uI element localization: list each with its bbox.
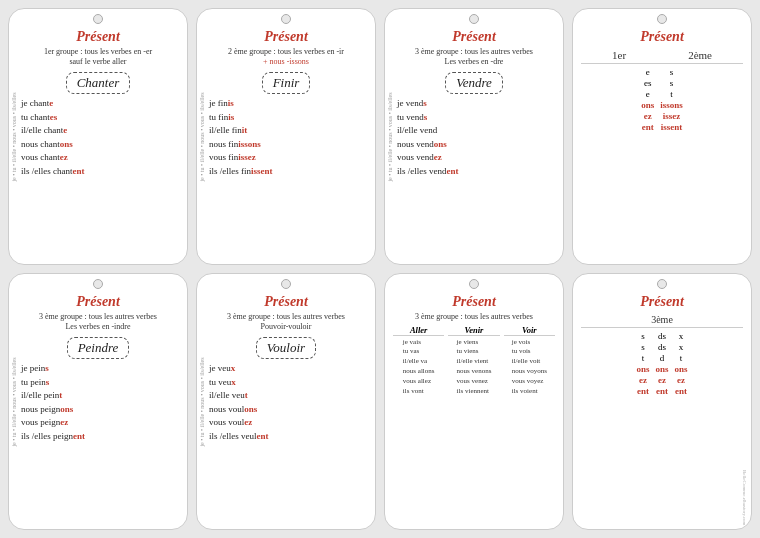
r5c2: ez xyxy=(658,375,666,385)
main-grid: je • tu • il/elle • nous • vous • ils/el… xyxy=(8,8,752,530)
r6c2: ent xyxy=(656,386,668,396)
conjugation-3: je vends tu vends il/elle vend nous vend… xyxy=(393,97,555,178)
r2c1: s xyxy=(641,342,645,352)
table-col-1: e es e ons ez ent xyxy=(641,67,654,132)
side-text-5: je • tu • il/elle • nous • vous • ils/el… xyxy=(11,357,17,446)
card-hole-3 xyxy=(469,14,479,24)
row-1-col2: s xyxy=(670,67,674,77)
verb-name-aller: Aller xyxy=(393,325,444,336)
row-3-col2: t xyxy=(670,89,673,99)
col-header-3eme: 3ème xyxy=(651,314,673,325)
col-header-1er: 1er xyxy=(612,49,626,61)
col-header-2eme: 2ème xyxy=(688,49,712,61)
card-hole-5 xyxy=(93,279,103,289)
row-1-col1: e xyxy=(646,67,650,77)
verb-col-venir: Venir je vienstu viensil/elle vientnous … xyxy=(448,325,499,397)
card-title-2: Présent xyxy=(264,29,308,45)
table-rows-8: s s t ons ez ent ds ds d ons ez ent x xyxy=(581,331,743,396)
card-title-7: Présent xyxy=(452,294,496,310)
verb-lines-venir: je vienstu viensil/elle vientnous venons… xyxy=(457,338,492,397)
table-header-8: 3ème xyxy=(581,314,743,328)
card-chanter: je • tu • il/elle • nous • vous • ils/el… xyxy=(8,8,188,265)
verb-col-voir: Voir je voistu voisil/elle voitnous voyo… xyxy=(504,325,555,397)
side-text-3: je • tu • il/elle • nous • vous • ils/el… xyxy=(387,92,393,181)
example-word-1: Chanter xyxy=(66,72,131,94)
conjugation-1: je chante tu chantes il/elle chante nous… xyxy=(17,97,179,178)
card-hole-8 xyxy=(657,279,667,289)
side-text-1: je • tu • il/elle • nous • vous • ils/el… xyxy=(11,92,17,181)
multi-verb-container: Aller je vaistu vasil/elle vanous allons… xyxy=(393,325,555,397)
r6c3: ent xyxy=(675,386,687,396)
card-multiverb: Présent 3 ème groupe : tous les autres v… xyxy=(384,273,564,530)
r1c3: x xyxy=(679,331,684,341)
r3c2: d xyxy=(660,353,665,363)
card-hole-2 xyxy=(281,14,291,24)
row-2-col1: es xyxy=(644,78,652,88)
card-subtitle-7: 3 ème groupe : tous les autres verbes xyxy=(415,312,533,322)
card-peindre: je • tu • il/elle • nous • vous • ils/el… xyxy=(8,273,188,530)
table-header-4: 1er 2ème xyxy=(581,49,743,64)
r1c1: s xyxy=(641,331,645,341)
row-4-col2: issons xyxy=(660,100,683,110)
conjugation-2: je finis tu finis il/elle finit nous fin… xyxy=(205,97,367,178)
example-word-2: Finir xyxy=(262,72,311,94)
row-4-col1: ons xyxy=(641,100,654,110)
card-title-3: Présent xyxy=(452,29,496,45)
card-title-4: Présent xyxy=(640,29,684,45)
r2c2: ds xyxy=(658,342,666,352)
card-hole-4 xyxy=(657,14,667,24)
card-title-6: Présent xyxy=(264,294,308,310)
card-title-8: Présent xyxy=(640,294,684,310)
card-hole xyxy=(93,14,103,24)
conjugation-6: je veux tu veux il/elle veut nous voulon… xyxy=(205,362,367,443)
example-word-5: Peindre xyxy=(67,337,130,359)
table-col-3b: ds ds d ons ez ent xyxy=(655,331,668,396)
r1c2: ds xyxy=(658,331,666,341)
r5c1: ez xyxy=(639,375,647,385)
row-5-col1: ez xyxy=(644,111,652,121)
side-text-6: je • tu • il/elle • nous • vous • ils/el… xyxy=(199,357,205,446)
card-table-1-2: Présent 1er 2ème e es e ons ez ent s s t xyxy=(572,8,752,265)
card-vendre: je • tu • il/elle • nous • vous • ils/el… xyxy=(384,8,564,265)
watermark: BelleComme.elbastory.com xyxy=(742,470,747,526)
card-title-5: Présent xyxy=(76,294,120,310)
verb-name-venir: Venir xyxy=(448,325,499,336)
table-content-4: 1er 2ème e es e ons ez ent s s t issons … xyxy=(581,49,743,132)
table-content-8: 3ème s s t ons ez ent ds ds d ons ez en xyxy=(581,314,743,396)
row-5-col2: issez xyxy=(663,111,681,121)
verb-lines-voir: je voistu voisil/elle voitnous voyonsvou… xyxy=(512,338,547,397)
card-title-1: Présent xyxy=(76,29,120,45)
conjugation-5: je peins tu peins il/elle peint nous pei… xyxy=(17,362,179,443)
verb-col-aller: Aller je vaistu vasil/elle vanous allons… xyxy=(393,325,444,397)
side-text-2: je • tu • il/elle • nous • vous • ils/el… xyxy=(199,92,205,181)
card-hole-7 xyxy=(469,279,479,289)
card-subtitle-6: 3 ème groupe : tous les autres verbesPou… xyxy=(227,312,345,331)
card-subtitle-2: 2 ème groupe : tous les verbes en -ir+ n… xyxy=(228,47,344,66)
card-table-3: Présent 3ème s s t ons ez ent ds ds d o xyxy=(572,273,752,530)
r2c3: x xyxy=(679,342,684,352)
row-3-col1: e xyxy=(646,89,650,99)
row-6-col2: issent xyxy=(661,122,683,132)
table-col-3a: s s t ons ez ent xyxy=(636,331,649,396)
card-finir: je • tu • il/elle • nous • vous • ils/el… xyxy=(196,8,376,265)
card-hole-6 xyxy=(281,279,291,289)
card-subtitle-3: 3 ème groupe : tous les autres verbesLes… xyxy=(415,47,533,66)
card-vouloir: je • tu • il/elle • nous • vous • ils/el… xyxy=(196,273,376,530)
card-subtitle-1: 1er groupe : tous les verbes en -ersauf … xyxy=(44,47,152,66)
table-col-3c: x x t ons ez ent xyxy=(675,331,688,396)
table-rows-4: e es e ons ez ent s s t issons issez iss… xyxy=(581,67,743,132)
row-2-col2: s xyxy=(670,78,674,88)
r3c3: t xyxy=(680,353,683,363)
verb-lines-aller: je vaistu vasil/elle vanous allonsvous a… xyxy=(403,338,435,397)
r6c1: ent xyxy=(637,386,649,396)
r4c3: ons xyxy=(675,364,688,374)
example-word-3: Vendre xyxy=(445,72,503,94)
r4c2: ons xyxy=(655,364,668,374)
r4c1: ons xyxy=(636,364,649,374)
table-col-2: s s t issons issez issent xyxy=(660,67,683,132)
r5c3: ez xyxy=(677,375,685,385)
card-subtitle-5: 3 ème groupe : tous les autres verbesLes… xyxy=(39,312,157,331)
example-word-6: Vouloir xyxy=(256,337,316,359)
r3c1: t xyxy=(642,353,645,363)
row-6-col1: ent xyxy=(642,122,654,132)
